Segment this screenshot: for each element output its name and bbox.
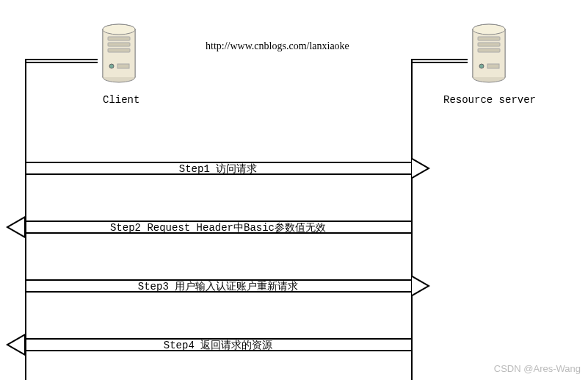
arrow-step2: Step2 Request Header中Basic参数值无效 — [25, 221, 411, 234]
svg-rect-7 — [108, 37, 130, 40]
arrow-step3: Step3 用户输入认证账户重新请求 — [25, 279, 411, 293]
svg-point-22 — [479, 64, 484, 68]
svg-point-18 — [473, 24, 505, 35]
svg-rect-23 — [487, 64, 499, 68]
client-server-icon — [97, 22, 141, 88]
svg-point-10 — [109, 64, 114, 68]
svg-rect-8 — [108, 43, 130, 46]
resource-server-icon — [467, 22, 511, 88]
step3-label: Step3 用户输入认证账户重新请求 — [25, 280, 411, 293]
svg-rect-20 — [478, 43, 500, 46]
client-lifeline — [25, 60, 26, 380]
header-url: http://www.cnblogs.com/lanxiaoke — [206, 40, 349, 52]
svg-rect-9 — [108, 49, 130, 52]
server-lifeline — [411, 60, 413, 380]
resource-server-label: Resource server — [443, 94, 536, 106]
svg-rect-19 — [478, 37, 500, 40]
watermark-text: CSDN @Ares-Wang — [494, 363, 581, 374]
step2-label: Step2 Request Header中Basic参数值无效 — [25, 221, 411, 234]
svg-rect-21 — [478, 49, 500, 52]
client-label: Client — [103, 94, 139, 106]
step4-label: Step4 返回请求的资源 — [25, 339, 411, 352]
arrow-step4: Step4 返回请求的资源 — [25, 338, 411, 351]
svg-point-6 — [103, 24, 135, 35]
arrow-step1: Step1 访问请求 — [25, 162, 411, 175]
step1-label: Step1 访问请求 — [25, 162, 411, 176]
client-entry-line — [25, 59, 98, 63]
server-entry-line — [411, 59, 468, 63]
svg-rect-11 — [117, 64, 129, 68]
